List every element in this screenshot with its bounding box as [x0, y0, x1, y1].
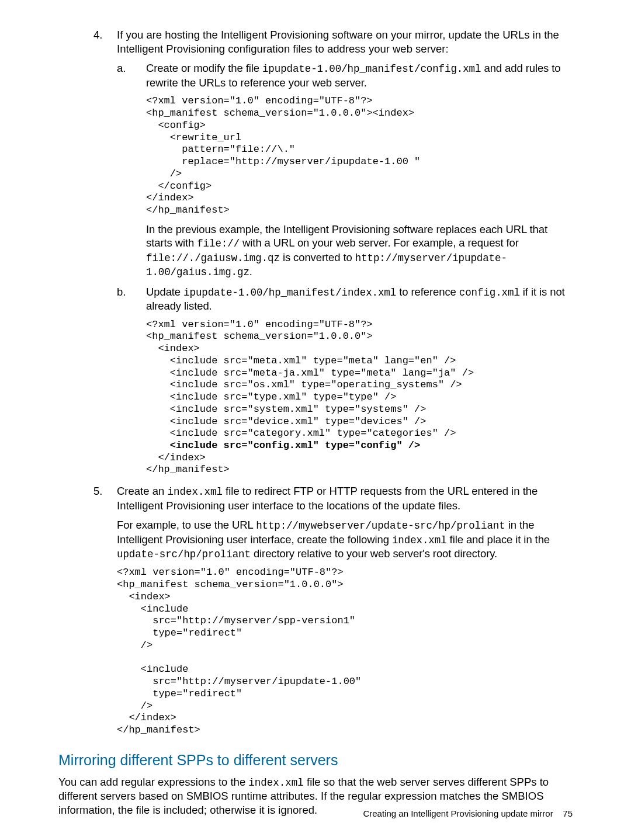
filename: ipupdate-1.00/hp_manifest/index.xml — [183, 287, 396, 298]
step-5: 5. Create an index.xml file to redirect … — [58, 484, 573, 737]
filename: index.xml — [167, 486, 223, 498]
step-4a-after: In the previous example, the Intelligent… — [146, 223, 573, 279]
text: Update — [146, 286, 183, 298]
text: . — [249, 265, 252, 277]
step-4: 4. If you are hosting the Intelligent Pr… — [58, 28, 573, 476]
text: Create an — [117, 485, 167, 497]
code-inline: update-src/hp/proliant — [117, 549, 251, 560]
step-4-number: 4. — [93, 28, 102, 42]
code: <?xml version="1.0" encoding="UTF-8"?> <… — [146, 319, 474, 439]
text: Create or modify the file — [146, 62, 262, 74]
text: For example, to use the URL — [117, 519, 256, 531]
step-4b-number: b. — [117, 285, 126, 299]
text: directory relative to your web server's … — [251, 547, 497, 560]
text: is converted to — [280, 251, 355, 263]
step-4-intro: If you are hosting the Intelligent Provi… — [117, 28, 573, 55]
code-block-5: <?xml version="1.0" encoding="UTF-8"?> <… — [117, 567, 573, 736]
text: You can add regular expressions to the — [58, 776, 248, 788]
step-4a-text: Create or modify the file ipupdate-1.00/… — [146, 61, 573, 89]
filename: index.xml — [248, 777, 304, 789]
code-inline: file:// — [197, 238, 240, 249]
step-5-number: 5. — [93, 484, 102, 498]
code-block-4b: <?xml version="1.0" encoding="UTF-8"?> <… — [146, 319, 573, 477]
step-5-p2: For example, to use the URL http://myweb… — [117, 518, 573, 561]
code: </index> </hp_manifest> — [146, 452, 230, 475]
page-number: 75 — [563, 808, 573, 818]
section-heading-mirroring: Mirroring different SPPs to different se… — [58, 751, 573, 769]
filename: index.xml — [392, 534, 447, 546]
step-5-p1: Create an index.xml file to redirect FTP… — [117, 484, 573, 512]
text: to reference — [396, 286, 459, 298]
filename: config.xml — [459, 287, 520, 298]
step-4b: b. Update ipupdate-1.00/hp_manifest/inde… — [117, 285, 573, 477]
footer-text: Creating an Intelligent Provisioning upd… — [363, 808, 553, 818]
page-content: 4. If you are hosting the Intelligent Pr… — [0, 0, 631, 817]
text: with a URL on your web server. For examp… — [240, 237, 519, 249]
step-4a: a. Create or modify the file ipupdate-1.… — [117, 61, 573, 279]
step-4b-text: Update ipupdate-1.00/hp_manifest/index.x… — [146, 285, 573, 313]
code-block-4a: <?xml version="1.0" encoding="UTF-8"?> <… — [146, 95, 573, 216]
code-bold-line: <include src="config.xml" type="config" … — [146, 440, 420, 451]
filename: ipupdate-1.00/hp_manifest/config.xml — [262, 63, 481, 75]
code-inline: file://./gaiusw.img.qz — [146, 252, 280, 264]
page-footer: Creating an Intelligent Provisioning upd… — [363, 808, 573, 819]
code-inline: http://mywebserver/update-src/hp/prolian… — [256, 520, 505, 532]
step-4a-number: a. — [117, 61, 126, 75]
text: file and place it in the — [447, 533, 550, 546]
